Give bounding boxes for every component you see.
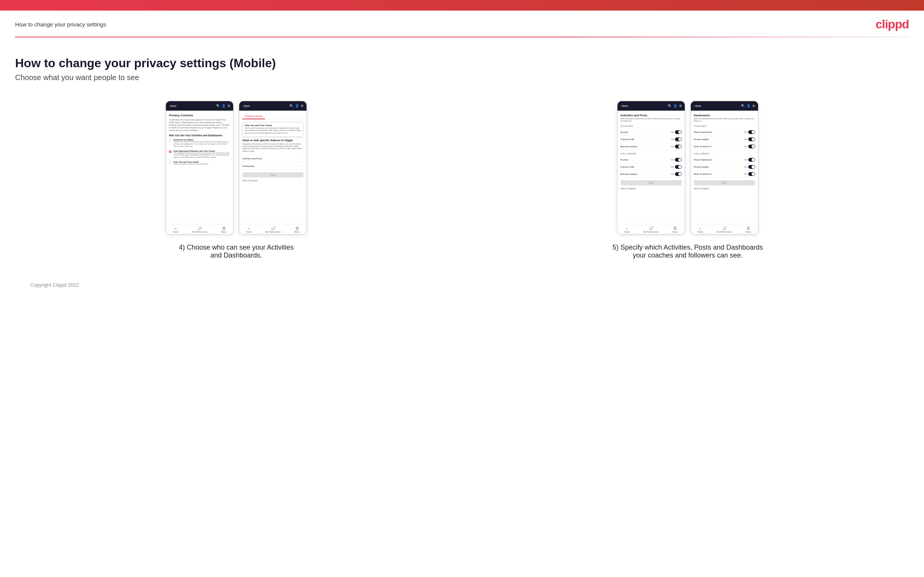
profile-icon[interactable]: 👤 xyxy=(222,104,226,108)
option1-radio[interactable] xyxy=(169,139,171,142)
footer-home-2[interactable]: ⌂ Home xyxy=(246,226,252,233)
footer-perf-4[interactable]: 📈 My Performance xyxy=(717,226,732,233)
toggle-follower-playerdash: Player Dashboard ON xyxy=(694,156,755,163)
footer-perf-label-4: My Performance xyxy=(717,231,732,233)
menu-dashboards-label: Dashboards xyxy=(242,165,254,167)
footer-perf-label-3: My Performance xyxy=(644,231,659,233)
footer-menu-4[interactable]: ☰ Menu xyxy=(746,226,751,233)
menu-icon-4: ☰ xyxy=(747,226,750,230)
screen3-save-btn[interactable]: Save xyxy=(620,180,682,185)
option3[interactable]: Only You and Your Coach Only you and the… xyxy=(169,161,230,165)
footer-home-label: Home xyxy=(173,231,178,233)
footer-menu-3[interactable]: ☰ Menu xyxy=(673,226,678,233)
footer-perf-1[interactable]: 📈 My Performance xyxy=(192,226,207,233)
follower-roundinsights-toggle[interactable] xyxy=(748,165,755,169)
toggle-follower-rounds: Rounds ON xyxy=(620,156,682,163)
search-icon-3[interactable]: 🔍 xyxy=(668,104,672,108)
screenshot-pair-1: ‹ Back 🔍 👤 ⚙ Privacy Controls Control ho… xyxy=(166,101,307,234)
profile-icon-4[interactable]: 👤 xyxy=(747,104,751,108)
home-icon-2: ⌂ xyxy=(248,226,250,230)
screen2-save-btn[interactable]: Save xyxy=(242,172,304,177)
footer-menu-1[interactable]: ☰ Menu xyxy=(221,226,226,233)
screen2-tab-bar: Privacy Controls xyxy=(242,114,304,120)
screen4-icons: 🔍 👤 ⚙ xyxy=(741,104,755,108)
option3-radio[interactable] xyxy=(169,161,171,164)
footer-home-1[interactable]: ⌂ Home xyxy=(173,226,178,233)
coach-whattowork-on: ON xyxy=(744,145,747,148)
menu-row-activities[interactable]: Activities and Posts › xyxy=(242,155,304,162)
coach-playerdash-toggle[interactable] xyxy=(748,130,755,134)
screen3-icons: 🔍 👤 ⚙ xyxy=(668,104,682,108)
performance-icon-4: 📈 xyxy=(722,226,727,230)
coach-practice-label: Practice Drills xyxy=(620,138,635,140)
follower-whattowork-on: ON xyxy=(744,173,747,175)
footer-home-label-3: Home xyxy=(624,231,630,233)
screen2-back[interactable]: ‹ Back xyxy=(242,105,250,107)
chevron-dashboards: › xyxy=(303,164,304,168)
coaches-label-3: COACHES xyxy=(620,125,682,127)
coach-roundinsights-toggle-container: ON xyxy=(744,137,755,141)
settings-icon[interactable]: ⚙ xyxy=(228,104,230,108)
screen1-section: Who Can See Your Activities and Dashboar… xyxy=(169,134,230,137)
coach-practice-on: ON xyxy=(671,138,674,140)
home-icon-3: ⌂ xyxy=(626,226,628,230)
option2-radio[interactable] xyxy=(169,150,171,153)
screen3-title: Activities and Posts xyxy=(620,114,682,117)
profile-icon-2[interactable]: 👤 xyxy=(295,104,299,108)
follower-whattowork-toggle[interactable] xyxy=(748,172,755,176)
footer-home-4[interactable]: ⌂ Home xyxy=(698,226,703,233)
coach-rounds-toggle[interactable] xyxy=(675,130,682,134)
menu-row-dashboards[interactable]: Dashboards › xyxy=(242,162,304,170)
footer-menu-2[interactable]: ☰ Menu xyxy=(294,226,300,233)
search-icon[interactable]: 🔍 xyxy=(216,104,220,108)
footer-home-label-2: Home xyxy=(246,231,252,233)
follower-manual-label: Manual Activities xyxy=(620,173,638,175)
settings-icon-2[interactable]: ⚙ xyxy=(301,104,304,108)
coach-whattowork-label: What To Work On xyxy=(694,145,712,148)
screen3-desc: Select the types of activity that you'd … xyxy=(620,118,682,123)
settings-icon-4[interactable]: ⚙ xyxy=(753,104,755,108)
screenshots-row: ‹ Back 🔍 👤 ⚙ Privacy Controls Control ho… xyxy=(15,101,909,259)
screen4-save-btn[interactable]: Save xyxy=(694,180,755,185)
search-icon-2[interactable]: 🔍 xyxy=(289,104,293,108)
menu-icon-3: ☰ xyxy=(674,226,677,230)
toggle-coach-manual: Manual Activities ON xyxy=(620,143,682,150)
screen3-back[interactable]: ‹ Back xyxy=(620,105,628,107)
coach-whattowork-toggle[interactable] xyxy=(748,145,755,148)
toggle-follower-manual: Manual Activities ON xyxy=(620,171,682,178)
follower-manual-toggle[interactable] xyxy=(675,172,682,176)
screen1-icons: 🔍 👤 ⚙ xyxy=(216,104,230,108)
menu-icon: ☰ xyxy=(222,226,226,230)
coach-practice-toggle[interactable] xyxy=(675,137,682,141)
coach-roundinsights-toggle[interactable] xyxy=(748,137,755,141)
option3-desc: Only you and the coaches you connect wit… xyxy=(173,163,208,165)
follower-manual-toggle-container: ON xyxy=(671,172,682,176)
screen4-back[interactable]: ‹ Back xyxy=(694,105,701,107)
screen1-footer: ⌂ Home 📈 My Performance ☰ Menu xyxy=(166,224,233,234)
coach-manual-toggle[interactable] xyxy=(675,145,682,148)
option2[interactable]: Only Approved Followers and Your Coach O… xyxy=(169,150,230,159)
search-icon-4[interactable]: 🔍 xyxy=(741,104,745,108)
follower-whattowork-toggle-container: ON xyxy=(744,172,755,176)
tooltip-desc: Only you and the coaches you connect wit… xyxy=(244,127,301,134)
follower-playerdash-label: Player Dashboard xyxy=(694,159,712,161)
option1-desc: Everyone on Clippd can search for you an… xyxy=(173,141,230,148)
followers-label-3: FOLLOWERS xyxy=(620,153,682,155)
coach-manual-on: ON xyxy=(671,145,674,148)
option1[interactable]: Everyone on Clippd Everyone on Clippd ca… xyxy=(169,139,230,148)
follower-rounds-toggle[interactable] xyxy=(675,158,682,162)
tab-privacy-controls[interactable]: Privacy Controls xyxy=(242,114,265,119)
breadcrumb: How to change your privacy settings xyxy=(15,21,106,27)
top-bar xyxy=(0,0,924,11)
footer-perf-3[interactable]: 📈 My Performance xyxy=(644,226,659,233)
follower-practice-toggle[interactable] xyxy=(675,165,682,169)
footer-perf-2[interactable]: 📈 My Performance xyxy=(266,226,281,233)
footer-home-3[interactable]: ⌂ Home xyxy=(624,226,630,233)
screenshot-group-1: ‹ Back 🔍 👤 ⚙ Privacy Controls Control ho… xyxy=(15,101,458,259)
profile-icon-3[interactable]: 👤 xyxy=(674,104,677,108)
menu-activities-label: Activities and Posts xyxy=(242,158,262,160)
follower-playerdash-toggle[interactable] xyxy=(748,158,755,162)
screen2-body: Privacy Controls Only You and Your Coach… xyxy=(239,111,307,224)
screen1-back[interactable]: ‹ Back xyxy=(169,105,176,107)
settings-icon-3[interactable]: ⚙ xyxy=(679,104,682,108)
